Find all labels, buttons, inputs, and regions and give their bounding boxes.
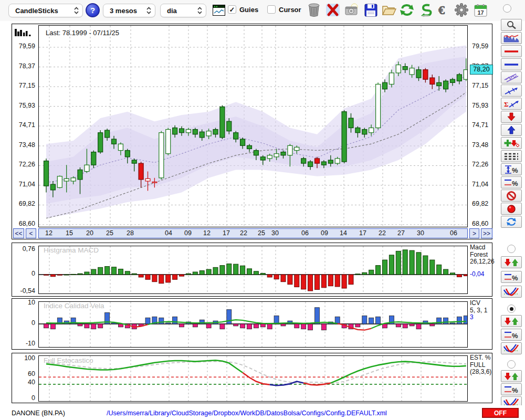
off-button[interactable]: OFF [482, 408, 519, 418]
forbidden-tool-button[interactable] [501, 190, 522, 202]
arrow-down-tool-button[interactable] [501, 111, 522, 123]
y-axis-label: 73,48 [12, 141, 35, 149]
macd-lines-percent-button[interactable]: % [501, 271, 522, 283]
lines-percent-icon: % [504, 330, 519, 340]
dashed-lines-tool-button[interactable] [501, 150, 522, 162]
help-button[interactable]: ? [86, 3, 100, 17]
red-line-tool-button[interactable] [501, 45, 522, 57]
add-signal-tool-button[interactable] [501, 137, 522, 149]
arrow-up-icon [507, 125, 516, 134]
macd-value: -0,04 [470, 271, 493, 278]
trend-arrow-tool-button[interactable] [501, 85, 522, 97]
y-axis-label: 71,04 [469, 181, 492, 188]
record-tool-button[interactable] [501, 203, 522, 215]
y-axis-label: 75,93 [12, 102, 35, 109]
dashed-lines-icon [504, 152, 519, 161]
x-axis-label: 30 [417, 229, 424, 237]
config-path-label: /Users/mserra/Library/CloudStorage/Dropb… [0, 410, 494, 417]
last-price-label: Last: 78.1999 - 07/11/25 [46, 29, 119, 37]
stoch-axis-label: 40 [12, 379, 35, 386]
period-select[interactable]: 3 mesos [103, 4, 155, 17]
icv-curve-button[interactable] [501, 342, 522, 354]
vertical-percent-tool-button[interactable]: % [501, 163, 522, 175]
refresh-icon[interactable] [399, 2, 415, 18]
macd-plot[interactable] [38, 246, 468, 294]
zoom-tool-button[interactable] [501, 19, 522, 31]
cursor-checkbox[interactable]: Cursor [267, 5, 301, 14]
lines-percent-icon: % [504, 272, 519, 282]
down-up-arrows-icon [504, 372, 519, 381]
indicator-chart-button[interactable] [501, 32, 522, 44]
trend-arrow-icon [503, 86, 519, 96]
icv-panel-radio[interactable] [507, 304, 516, 313]
icv-panel: Indice Calidad Vela 100-10 ICV 5, 3, 1 3 [12, 298, 492, 350]
indicator-chart-icon [503, 34, 519, 43]
y-axis-label: 71,04 [12, 181, 35, 188]
lines-percent-tool-button[interactable]: % [501, 176, 522, 188]
macd-axis-label: -0,54 [12, 287, 35, 295]
chevron-updown-icon [74, 7, 79, 14]
open-folder-icon[interactable] [381, 2, 397, 18]
sync-icon[interactable] [418, 2, 434, 18]
channel-tool-button[interactable] [501, 71, 522, 83]
trash-icon[interactable] [306, 2, 322, 18]
toolbar: CandleSticks ? 3 mesos dia ✓ Guies [0, 0, 525, 21]
timeframe-select[interactable]: dia [160, 4, 206, 17]
stoch-title: Full Estocastico [44, 356, 93, 364]
curves-icon [503, 287, 519, 297]
main-chart-plot[interactable] [38, 25, 468, 227]
chart-window-icon[interactable] [211, 2, 227, 18]
refresh-arrows-icon [506, 217, 517, 227]
blue-line-icon [503, 61, 519, 68]
macd-arrows-button[interactable] [501, 256, 522, 268]
sum-trend-tool-button[interactable]: Σ [501, 98, 522, 110]
delete-x-icon[interactable] [325, 2, 341, 18]
calendar-icon[interactable]: 17 [472, 2, 488, 18]
forbidden-icon [506, 191, 517, 201]
icv-arrows-button[interactable] [501, 315, 522, 327]
blue-line-tool-button[interactable] [501, 58, 522, 70]
guies-checkbox[interactable]: ✓ Guies [228, 5, 258, 14]
x-axis-label: 22 [379, 229, 386, 237]
gear-icon[interactable] [454, 2, 469, 18]
y-axis-label: 77,15 [469, 82, 492, 89]
macd-axis-label: 0 [12, 270, 35, 277]
icv-axis-label: 10 [12, 299, 35, 306]
x-axis-label: 28 [127, 229, 134, 237]
save-floppy-icon[interactable] [363, 2, 379, 18]
icv-lines-percent-button[interactable]: % [501, 329, 522, 341]
stoch-plot[interactable] [38, 355, 468, 402]
nav-first-button[interactable]: << [13, 228, 24, 238]
macd-curve-button[interactable] [501, 286, 522, 298]
period-value: 3 mesos [110, 7, 137, 15]
stoch-panel-radio[interactable] [507, 360, 516, 369]
nav-last-button[interactable]: >> [481, 228, 492, 238]
stoch-arrows-button[interactable] [501, 370, 522, 382]
x-axis-label: 15 [66, 229, 73, 237]
y-axis-label: 72,26 [12, 161, 35, 168]
svg-text:%: % [512, 274, 518, 282]
lines-percent-icon: % [504, 178, 519, 187]
nav-next-button[interactable]: > [469, 228, 479, 238]
sum-trend-icon: Σ [503, 99, 519, 109]
snapshot-icon[interactable] [344, 2, 360, 18]
x-axis-label: 04 [165, 229, 172, 237]
arrow-up-tool-button[interactable] [501, 124, 522, 136]
record-icon [507, 204, 516, 214]
y-axis-label: 72,26 [469, 161, 492, 168]
chart-type-select[interactable]: CandleSticks [8, 4, 83, 17]
stoch-lines-percent-button[interactable]: % [501, 383, 522, 395]
icv-axis-label: -10 [12, 340, 35, 347]
y-axis-label: 69,82 [469, 200, 492, 207]
chevron-updown-icon [197, 7, 202, 14]
y-axis-label: 74,71 [12, 121, 35, 129]
macd-panel-radio[interactable] [507, 245, 516, 253]
add-signal-icon [503, 139, 519, 148]
euro-icon[interactable]: € [436, 2, 452, 18]
y-axis-label: 79,59 [469, 43, 492, 50]
date-axis-strip: 1215202528040912172225300609141722273006 [38, 228, 468, 238]
arrow-down-icon [507, 112, 516, 121]
x-axis-label: 09 [184, 229, 192, 237]
refresh-tool-button[interactable] [501, 216, 522, 228]
nav-prev-button[interactable]: < [26, 228, 36, 238]
